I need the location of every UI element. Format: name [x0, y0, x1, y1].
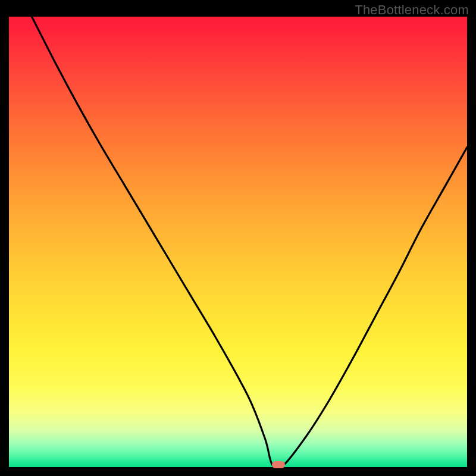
optimal-point-marker — [272, 461, 285, 468]
curve-svg — [9, 17, 467, 467]
watermark-text: TheBottleneck.com — [355, 2, 469, 18]
plot-area — [9, 17, 467, 467]
bottleneck-curve — [32, 17, 468, 468]
chart-frame: TheBottleneck.com — [0, 0, 476, 476]
